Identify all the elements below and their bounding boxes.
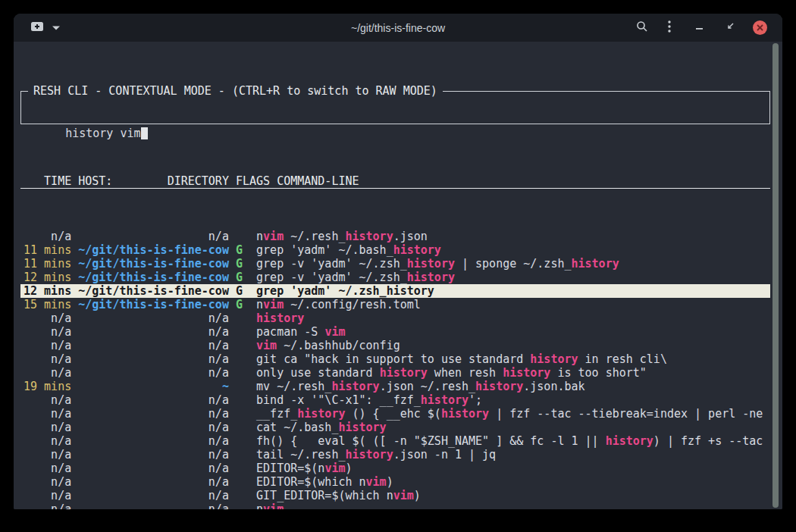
menu-button[interactable] [668, 18, 671, 38]
row-command-match: history [331, 380, 379, 393]
history-row[interactable]: n/a n/a git ca "hack in support to use s… [20, 352, 770, 366]
terminal-window: ~/git/this-is-fine-cow [14, 14, 782, 509]
history-row[interactable]: n/a n/a tail ~/.resh_history.json -n 1 |… [20, 448, 770, 462]
row-command: pacman -S [256, 325, 324, 339]
close-icon [757, 22, 763, 33]
tab-dropdown-button[interactable] [52, 18, 61, 38]
row-flags [236, 448, 249, 462]
row-command: grep 'yadm' ~/.bash_ [256, 243, 393, 257]
new-tab-icon [30, 20, 44, 35]
row-flags: G [236, 243, 249, 257]
row-command-match: history [338, 421, 386, 434]
row-directory: ~/git/this-is-fine-cow [78, 257, 229, 271]
row-command: ) [387, 475, 393, 489]
row-command: n [256, 230, 263, 243]
row-command: n [256, 502, 263, 509]
history-row[interactable]: n/a n/a nvim [20, 502, 770, 509]
history-row[interactable]: n/a n/a __fzf_history () { __ehc $(histo… [20, 407, 770, 421]
scrollbar[interactable] [772, 42, 781, 509]
row-directory: ~/git/this-is-fine-cow [78, 298, 229, 311]
row-directory: ~/git/this-is-fine-cow [78, 243, 229, 257]
row-command: EDITOR=$(which n [256, 475, 366, 489]
row-command-match: history [407, 257, 455, 271]
history-rows: n/a n/a nvim ~/.resh_history.json11 mins… [20, 230, 770, 509]
row-command: tail ~/.resh_ [256, 448, 345, 462]
history-row[interactable]: 19 mins ~ mv ~/.resh_history.json ~/.res… [20, 380, 770, 393]
history-row[interactable]: 15 mins ~/git/this-is-fine-cow G nvim ~/… [20, 298, 770, 311]
row-command: ~/.bashhub/config [277, 339, 400, 352]
row-command: git ca "hack in support to use standard [256, 352, 530, 366]
text-cursor [141, 127, 148, 139]
history-row[interactable]: n/a n/a pacman -S vim [20, 325, 770, 339]
history-row[interactable]: n/a n/a EDITOR=$(which nvim) [20, 475, 770, 489]
history-row[interactable]: 11 mins ~/git/this-is-fine-cow G grep 'y… [20, 243, 770, 257]
row-command: ~/.resh_ [284, 230, 345, 243]
row-command: mv ~/.resh_ [256, 380, 331, 393]
row-flags [236, 380, 249, 393]
row-flags [236, 339, 249, 352]
row-flags [236, 489, 249, 502]
row-command: .json ~/.resh_ [380, 380, 475, 393]
history-row[interactable]: n/a n/a cat ~/.bash_history [20, 421, 770, 434]
row-directory: n/a [78, 475, 229, 489]
row-flags [236, 352, 249, 366]
row-command-match: history [441, 407, 489, 421]
table-header-text: TIME HOST: DIRECTORY FLAGS COMMAND-LINE [24, 174, 359, 188]
row-time: n/a [24, 475, 71, 489]
row-command: in resh cli\ [578, 352, 667, 366]
row-command: | fzf --tac --tiebreak=index | perl -ne [489, 407, 763, 421]
minimize-icon [695, 22, 704, 33]
row-flags [236, 325, 249, 339]
history-row[interactable]: 12 mins ~/git/this-is-fine-cow G grep -v… [20, 271, 770, 284]
row-command: .json [393, 230, 428, 243]
history-row[interactable]: n/a n/a history [20, 311, 770, 325]
history-row[interactable]: n/a n/a EDITOR=$(nvim) [20, 462, 770, 475]
row-command: n [256, 298, 263, 311]
row-command: when resh [428, 366, 503, 380]
row-time: n/a [24, 393, 71, 407]
new-tab-button[interactable] [30, 18, 44, 38]
restore-button[interactable] [725, 18, 735, 38]
row-command: fh() { eval $( ([ -n "$ZSH_NAME" ] && fc… [256, 434, 606, 448]
history-row[interactable]: n/a n/a bind -x '"\C-x1": __fzf_history'… [20, 393, 770, 407]
history-row[interactable]: n/a n/a fh() { eval $( ([ -n "$ZSH_NAME"… [20, 434, 770, 448]
row-command: ~/.config/resh.toml [284, 298, 421, 311]
search-box: RESH CLI - CONTEXTUAL MODE - (CTRL+R to … [20, 91, 770, 124]
row-time: n/a [24, 366, 71, 380]
row-command-match: history [393, 243, 441, 257]
history-row[interactable]: n/a n/a nvim ~/.resh_history.json [20, 230, 770, 243]
row-command-match: vim [393, 489, 414, 502]
search-button[interactable] [636, 18, 648, 38]
scrollbar-thumb[interactable] [772, 43, 779, 508]
close-button[interactable] [753, 20, 767, 35]
row-directory: n/a [78, 462, 229, 475]
history-row[interactable]: n/a n/a vim ~/.bashhub/config [20, 339, 770, 352]
table-header: TIME HOST: DIRECTORY FLAGS COMMAND-LINE [20, 174, 770, 189]
row-command: ) [345, 462, 352, 475]
history-row[interactable]: n/a n/a GIT_EDITOR=$(which nvim) [20, 489, 770, 502]
search-box-title: RESH CLI - CONTEXTUAL MODE - (CTRL+R to … [28, 84, 443, 98]
minimize-button[interactable] [695, 18, 704, 38]
history-row[interactable]: 11 mins ~/git/this-is-fine-cow G grep -v… [20, 257, 770, 271]
row-flags [236, 393, 249, 407]
row-flags [236, 502, 249, 509]
row-flags [236, 475, 249, 489]
history-row[interactable]: n/a n/a only use standard history when r… [20, 366, 770, 380]
row-command-match: history [256, 311, 304, 325]
search-input[interactable]: history vim [65, 127, 147, 140]
row-directory: n/a [78, 339, 229, 352]
row-command-match: vim [324, 325, 345, 339]
row-flags: G [236, 257, 249, 271]
row-flags [236, 434, 249, 448]
titlebar: ~/git/this-is-fine-cow [14, 14, 782, 42]
row-directory: ~ [78, 380, 229, 393]
row-directory: n/a [78, 407, 229, 421]
history-row-selected[interactable]: 12 mins ~/git/this-is-fine-cow G grep 'y… [20, 284, 770, 298]
row-command-match: history [572, 257, 619, 271]
row-command-match: history [503, 366, 550, 380]
row-time: n/a [24, 311, 71, 325]
row-directory: n/a [78, 311, 229, 325]
search-icon [636, 20, 648, 35]
row-time: 12 mins [24, 271, 71, 284]
row-time: n/a [24, 325, 71, 339]
